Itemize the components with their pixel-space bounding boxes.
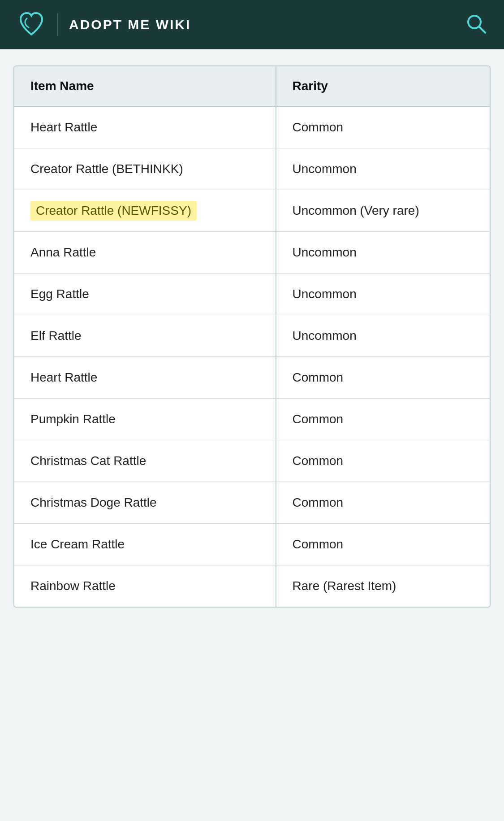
cell-rarity: Common (276, 399, 490, 440)
column-header-rarity: Rarity (276, 66, 490, 106)
cell-item-name: Christmas Cat Rattle (14, 440, 276, 482)
cell-item-name: Christmas Doge Rattle (14, 482, 276, 524)
table-row: Ice Cream RattleCommon (14, 524, 490, 565)
search-button[interactable] (465, 12, 488, 37)
cell-item-name: Ice Cream Rattle (14, 524, 276, 565)
cell-item-name: Egg Rattle (14, 274, 276, 315)
cell-rarity: Common (276, 524, 490, 565)
cell-rarity: Common (276, 357, 490, 399)
rattles-table-container: Item Name Rarity Heart RattleCommonCreat… (13, 65, 491, 608)
cell-rarity: Uncommon (276, 274, 490, 315)
cell-rarity: Uncommon (Very rare) (276, 190, 490, 232)
cell-rarity: Uncommon (276, 315, 490, 357)
cell-item-name: Rainbow Rattle (14, 565, 276, 607)
table-row: Christmas Doge RattleCommon (14, 482, 490, 524)
table-row: Christmas Cat RattleCommon (14, 440, 490, 482)
table-row: Elf RattleUncommon (14, 315, 490, 357)
cell-item-name: Creator Rattle (NEWFISSY) (14, 190, 276, 232)
cell-rarity: Uncommon (276, 232, 490, 274)
cell-rarity: Uncommon (276, 148, 490, 190)
logo-icon (16, 9, 47, 40)
rattles-table: Item Name Rarity Heart RattleCommonCreat… (14, 66, 490, 607)
cell-item-name: Heart Rattle (14, 357, 276, 399)
highlighted-item-name: Creator Rattle (NEWFISSY) (30, 201, 197, 221)
column-header-item-name: Item Name (14, 66, 276, 106)
table-row: Pumpkin RattleCommon (14, 399, 490, 440)
search-icon (465, 12, 488, 35)
cell-item-name: Creator Rattle (BETHINKK) (14, 148, 276, 190)
header: ADOPT ME WIKI (0, 0, 504, 49)
table-row: Heart RattleCommon (14, 357, 490, 399)
header-left: ADOPT ME WIKI (16, 9, 191, 40)
header-divider (57, 13, 58, 36)
svg-line-1 (479, 26, 485, 33)
cell-item-name: Pumpkin Rattle (14, 399, 276, 440)
table-header-row: Item Name Rarity (14, 66, 490, 106)
cell-item-name: Elf Rattle (14, 315, 276, 357)
cell-rarity: Common (276, 440, 490, 482)
cell-item-name: Anna Rattle (14, 232, 276, 274)
header-title: ADOPT ME WIKI (69, 17, 191, 32)
table-row: Creator Rattle (NEWFISSY)Uncommon (Very … (14, 190, 490, 232)
table-row: Anna RattleUncommon (14, 232, 490, 274)
cell-rarity: Common (276, 482, 490, 524)
table-row: Creator Rattle (BETHINKK)Uncommon (14, 148, 490, 190)
table-row: Egg RattleUncommon (14, 274, 490, 315)
cell-item-name: Heart Rattle (14, 106, 276, 148)
cell-rarity: Common (276, 106, 490, 148)
table-row: Heart RattleCommon (14, 106, 490, 148)
table-row: Rainbow RattleRare (Rarest Item) (14, 565, 490, 607)
cell-rarity: Rare (Rarest Item) (276, 565, 490, 607)
